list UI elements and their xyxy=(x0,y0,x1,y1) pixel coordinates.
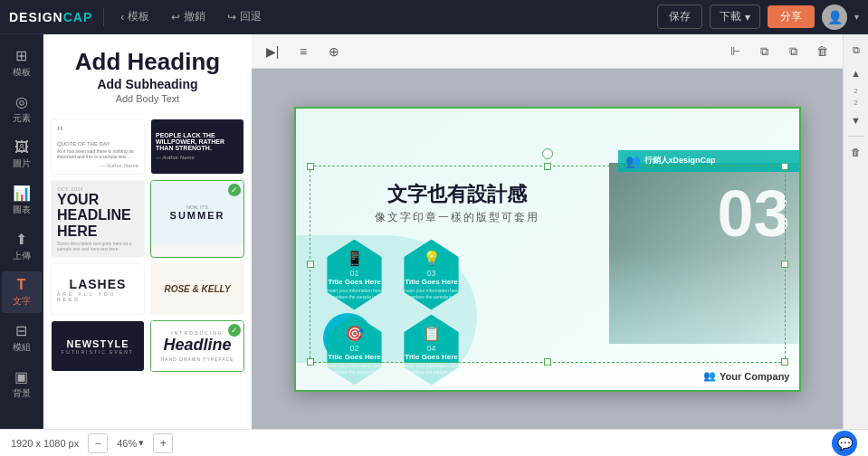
step1-icon: 📱 xyxy=(346,250,364,267)
template-icon: ⊞ xyxy=(15,47,27,64)
add-body-text-button[interactable]: Add Body Text xyxy=(56,93,239,104)
selected-check: ✓ xyxy=(228,184,241,196)
step1-num: 01 xyxy=(349,269,358,278)
filter-button[interactable]: ≡ xyxy=(291,40,315,63)
template-item-newstyle[interactable]: NEWSTYLE FUTURISTIC EVENT xyxy=(51,320,145,372)
chevron-down-icon: ▾ xyxy=(854,12,859,22)
brand-text: 行銷人xDesignCap xyxy=(644,155,716,166)
company-logo: 👥 Your Company xyxy=(703,370,789,382)
sidebar-item-template[interactable]: ⊞ 模板 xyxy=(2,42,42,84)
redo-btn[interactable]: ↪ 回退 xyxy=(222,6,267,27)
summer-text: SUMMER xyxy=(170,210,225,221)
chinese-subtitle: 像文字印章一樣的版型可套用 xyxy=(314,210,600,225)
step4-num: 04 xyxy=(426,344,435,353)
topbar: DESIGNCAP ‹ 模板 ↩ 撤銷 ↪ 回退 保存 下載 ▾ 分享 👤 ▾ xyxy=(0,0,868,34)
chart-icon: 📊 xyxy=(13,185,31,202)
step2-icon: 🎯 xyxy=(346,325,364,342)
headline-script-text: Headline xyxy=(163,336,231,355)
quote-mark: " xyxy=(57,125,138,141)
right-panel-num-bot: 2 xyxy=(854,99,857,107)
chevron-down-icon: ▾ xyxy=(745,11,750,24)
right-panel-delete-icon[interactable]: 🗑 xyxy=(846,142,866,162)
template-item-rose[interactable]: ROSE & KELLY xyxy=(150,263,244,315)
save-button[interactable]: 保存 xyxy=(657,5,702,29)
undo-btn[interactable]: ↩ 撤銷 xyxy=(166,6,211,27)
delete-icon[interactable]: 🗑 xyxy=(810,40,834,63)
right-panel: ⧉ ▲ 2 2 ▼ 🗑 xyxy=(843,34,868,429)
zoom-chevron: ▾ xyxy=(138,437,144,449)
layer-icon[interactable]: ⧉ xyxy=(752,40,776,63)
sidebar-item-chart[interactable]: 📊 圖表 xyxy=(2,179,42,222)
step3-title: Title Goes Here xyxy=(405,278,458,287)
template-item-lashes[interactable]: LASHES ARE ALL YOU NEED xyxy=(51,263,145,315)
template-item-willpower[interactable]: PEOPLE LACK THEWILLPOWER, RATHERTHAN STR… xyxy=(150,119,244,175)
template-item-headline-script[interactable]: ✓ INTRODUCING Headline HAND-DRAWN TYPEFA… xyxy=(150,320,244,372)
right-panel-sep xyxy=(848,136,864,137)
zoom-level: 46% ▾ xyxy=(117,437,144,449)
add-heading-button[interactable]: Add Heading xyxy=(56,49,239,75)
newstyle-title: NEWSTYLE xyxy=(66,338,129,349)
willpower-text: PEOPLE LACK THEWILLPOWER, RATHERTHAN STR… xyxy=(156,132,239,151)
statusbar: 1920 x 1080 px − 46% ▾ + 💬 xyxy=(0,429,868,456)
lashes-title: LASHES xyxy=(70,277,127,291)
sidebar-item-text[interactable]: T 文字 xyxy=(2,271,42,313)
left-panel: Add Heading Add Subheading Add Body Text… xyxy=(43,34,252,429)
step3-body: Insert your information here to replace … xyxy=(404,288,460,299)
right-panel-down-icon[interactable]: ▼ xyxy=(846,110,866,130)
download-button[interactable]: 下載 ▾ xyxy=(710,5,760,29)
willpower-author: — Author Name xyxy=(156,155,239,160)
zoom-minus-button[interactable]: − xyxy=(88,433,108,453)
brand-icon: 👥 xyxy=(625,154,641,168)
step2-num: 02 xyxy=(349,344,358,353)
play-button[interactable]: ▶| xyxy=(261,40,284,63)
rose-text: ROSE & KELLY xyxy=(164,284,230,294)
app-logo: DESIGNCAP xyxy=(9,10,92,24)
group-icon: ⊟ xyxy=(15,322,27,339)
copy-icon[interactable]: ⧉ xyxy=(781,40,805,63)
sidebar-item-group[interactable]: ⊟ 模組 xyxy=(2,317,42,359)
add-subheading-button[interactable]: Add Subheading xyxy=(56,77,239,91)
sidebar-item-background[interactable]: ▣ 背景 xyxy=(2,363,42,405)
text-panel-header: Add Heading Add Subheading Add Body Text xyxy=(43,34,252,111)
image-icon: 🖼 xyxy=(14,139,29,156)
align-icon[interactable]: ⊩ xyxy=(723,40,747,63)
canvas-toolbar-right: ⊩ ⧉ ⧉ 🗑 xyxy=(723,40,834,63)
globe-button[interactable]: ⊕ xyxy=(322,40,346,63)
right-panel-up-icon[interactable]: ▲ xyxy=(846,63,866,83)
text-icon: T xyxy=(17,277,26,293)
step-1: 📱 01 Title Goes Here Insert your informa… xyxy=(319,240,391,310)
zoom-plus-button[interactable]: + xyxy=(153,433,173,453)
step1-body: Insert your information here to replace … xyxy=(327,288,383,299)
sidebar-icons: ⊞ 模板 ◎ 元素 🖼 圖片 📊 圖表 ⬆ 上傳 T 文字 ⊟ 模組 ▣ 背 xyxy=(0,34,43,429)
template-item-quote[interactable]: " QUOTE OF THE DAY As it has been said t… xyxy=(51,119,145,175)
sidebar-item-image[interactable]: 🖼 圖片 xyxy=(2,134,42,176)
big-number: 03 xyxy=(717,181,789,246)
right-panel-copy-icon[interactable]: ⧉ xyxy=(846,40,866,60)
step4-title: Title Goes Here xyxy=(405,353,458,362)
canvas-bottom: 👥 Your Company xyxy=(296,363,799,390)
main-layout: ⊞ 模板 ◎ 元素 🖼 圖片 📊 圖表 ⬆ 上傳 T 文字 ⊟ 模組 ▣ 背 xyxy=(0,34,868,429)
step3-num: 03 xyxy=(426,269,435,278)
hex-shape-3: 💡 03 Title Goes Here Insert your informa… xyxy=(400,240,463,310)
company-name: Your Company xyxy=(720,371,789,382)
share-button[interactable]: 分享 xyxy=(768,5,815,28)
avatar[interactable]: 👤 xyxy=(822,5,847,30)
step2-title: Title Goes Here xyxy=(328,353,381,362)
template-item-summer[interactable]: ✓ NOW, IT'S SUMMER xyxy=(150,180,244,259)
company-icon: 👥 xyxy=(703,370,716,382)
brand-overlay: 👥 行銷人xDesignCap xyxy=(618,150,799,172)
sidebar-item-element[interactable]: ◎ 元素 xyxy=(2,88,42,130)
newstyle-sub: FUTURISTIC EVENT xyxy=(62,349,134,355)
canvas-scroll[interactable]: 👥 行銷人xDesignCap 03 文字也有設計感 像文字印章一樣的版型可套用 xyxy=(252,69,843,429)
hex-shape-1: 📱 01 Title Goes Here Insert your informa… xyxy=(323,240,386,310)
chat-button[interactable]: 💬 xyxy=(832,431,857,456)
template-item-headline[interactable]: OCT, 2024 YOURHEADLINEHERE Some descript… xyxy=(51,180,145,259)
topbar-right: 保存 下載 ▾ 分享 👤 ▾ xyxy=(657,5,859,30)
canvas-area: ▶| ≡ ⊕ ⊩ ⧉ ⧉ 🗑 👥 xyxy=(252,34,843,429)
quote-author: — Author Name xyxy=(57,163,138,168)
canvas-dimensions: 1920 x 1080 px xyxy=(11,438,79,449)
sidebar-item-upload[interactable]: ⬆ 上傳 xyxy=(2,225,42,268)
right-panel-num-top: 2 xyxy=(854,87,857,95)
quote-body: As it has been said there is nothing so … xyxy=(57,148,138,159)
template-nav-btn[interactable]: ‹ 模板 xyxy=(115,6,155,27)
